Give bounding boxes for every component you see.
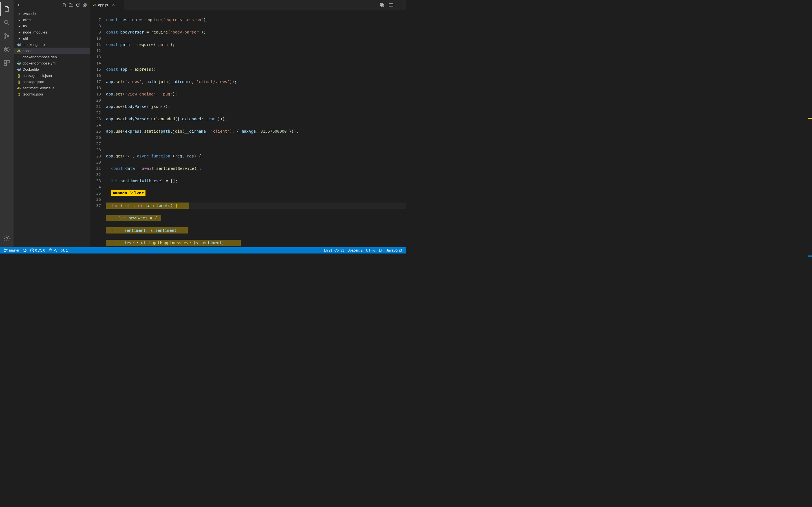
language-mode[interactable]: JavaScript xyxy=(385,248,404,252)
yaml-icon: ! xyxy=(16,55,21,59)
more-icon[interactable]: ⋯ xyxy=(397,2,403,8)
collapse-all-icon[interactable] xyxy=(82,2,88,8)
line-numbers: 7 8 9 10 11 12 13 14 15 16 17 18 19 20 2… xyxy=(90,10,106,247)
activity-bar xyxy=(0,0,13,247)
debug-icon[interactable] xyxy=(0,43,13,56)
new-file-icon[interactable] xyxy=(61,2,67,8)
folder-item[interactable]: ▸util xyxy=(13,35,90,41)
js-icon: JS xyxy=(93,3,96,6)
file-item[interactable]: JSapp.js xyxy=(13,48,90,54)
refresh-icon[interactable] xyxy=(75,2,81,8)
file-tree: ▸.vscode ▸client ▸lib ▸node_modules ▸uti… xyxy=(13,10,90,247)
editor: JS app.js ✕ ⋯ 7 8 9 10 11 12 13 14 15 xyxy=(90,0,406,247)
eol[interactable]: LF xyxy=(377,248,385,252)
cursor-position[interactable]: Ln 21, Col 31 xyxy=(322,248,346,252)
file-item[interactable]: 🐳Dockerfile xyxy=(13,66,90,72)
folder-item[interactable]: ▸.vscode xyxy=(13,10,90,17)
folder-item[interactable]: ▸client xyxy=(13,17,90,23)
folder-item[interactable]: ▸lib xyxy=(13,23,90,29)
close-icon[interactable]: ✕ xyxy=(112,3,115,7)
tab-app-js[interactable]: JS app.js ✕ xyxy=(90,0,124,10)
explorer-header: E… xyxy=(13,0,90,10)
explorer-sidebar: E… ▸.vscode ▸client ▸lib ▸node_modules ▸… xyxy=(13,0,90,247)
js-icon: JS xyxy=(16,87,21,90)
file-item[interactable]: {}tsconfig.json xyxy=(13,91,90,97)
git-branch[interactable]: master xyxy=(2,247,21,253)
blame-annotation: Amanda Silver xyxy=(111,190,146,196)
extensions-icon[interactable] xyxy=(0,56,13,70)
settings-gear-icon[interactable] xyxy=(0,231,13,245)
docker-icon: 🐳 xyxy=(16,43,21,47)
svg-point-18 xyxy=(50,249,51,251)
sync-icon[interactable] xyxy=(21,247,29,253)
encoding[interactable]: UTF-8 xyxy=(364,248,377,252)
live-share[interactable]: PJ xyxy=(47,247,59,253)
file-item[interactable]: {}package.json xyxy=(13,78,90,85)
code-content[interactable]: const session = require('express-session… xyxy=(106,10,406,247)
json-icon: {} xyxy=(16,80,21,84)
svg-point-15 xyxy=(4,251,6,252)
live-participants[interactable]: 1 xyxy=(59,247,70,253)
file-item[interactable]: 🐳.dockerignore xyxy=(13,41,90,48)
file-item[interactable]: JSsentimentService.js xyxy=(13,85,90,91)
svg-point-9 xyxy=(6,237,8,239)
svg-point-2 xyxy=(5,38,6,39)
svg-rect-8 xyxy=(4,63,6,66)
file-item[interactable]: {}package-lock.json xyxy=(13,72,90,78)
svg-point-0 xyxy=(4,20,8,24)
search-icon[interactable] xyxy=(0,16,13,29)
svg-rect-7 xyxy=(7,61,9,63)
svg-point-14 xyxy=(4,249,6,250)
tab-label: app.js xyxy=(98,3,108,7)
code-editor[interactable]: 7 8 9 10 11 12 13 14 15 16 17 18 19 20 2… xyxy=(90,10,406,247)
js-icon: JS xyxy=(16,49,21,52)
split-editor-icon[interactable] xyxy=(388,2,394,8)
svg-point-19 xyxy=(62,249,63,250)
indentation[interactable]: Spaces: 2 xyxy=(346,248,364,252)
docker-icon: 🐳 xyxy=(16,61,21,65)
tab-bar: JS app.js ✕ ⋯ xyxy=(90,0,406,10)
problems[interactable]: 0 0 xyxy=(29,247,47,253)
svg-rect-6 xyxy=(4,61,6,63)
docker-icon: 🐳 xyxy=(16,67,21,71)
tab-actions: ⋯ xyxy=(379,0,406,10)
file-item[interactable]: !docker-compose.deb… xyxy=(13,54,90,60)
svg-point-20 xyxy=(63,249,64,251)
status-bar: master 0 0 PJ 1 Ln 21, Col 31 Spaces: 2 … xyxy=(0,247,406,253)
folder-item[interactable]: ▸node_modules xyxy=(13,29,90,35)
files-icon[interactable] xyxy=(0,2,13,16)
file-item[interactable]: 🐳docker-compose.yml xyxy=(13,60,90,66)
json-icon: {} xyxy=(16,73,21,78)
new-folder-icon[interactable] xyxy=(68,2,74,8)
json-icon: {} xyxy=(16,92,21,96)
source-control-icon[interactable] xyxy=(0,29,13,43)
explorer-title: E… xyxy=(18,3,61,7)
find-replace-icon[interactable] xyxy=(379,2,385,8)
